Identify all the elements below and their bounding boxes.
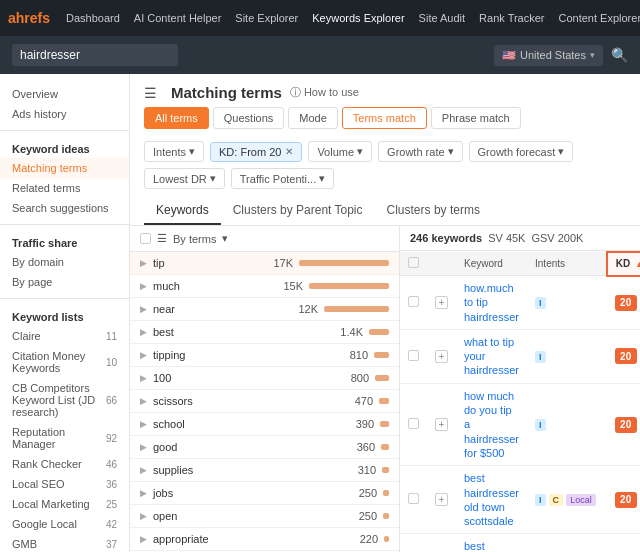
sidebar-item-citation-money[interactable]: Citation Money Keywords 10 bbox=[0, 346, 129, 378]
nav-rank-tracker[interactable]: Rank Tracker bbox=[473, 8, 550, 28]
list-item[interactable]: ▶ good 360 bbox=[130, 436, 399, 459]
tab-questions[interactable]: Questions bbox=[213, 107, 285, 129]
keyword-link[interactable]: best hairdresser near me bbox=[464, 539, 519, 552]
how-to-link[interactable]: ⓘ How to use bbox=[290, 85, 359, 100]
row-checkbox[interactable] bbox=[408, 350, 419, 361]
list-item[interactable]: ▶ 100 800 bbox=[130, 367, 399, 390]
row-checkbox[interactable] bbox=[408, 493, 419, 504]
add-to-list-button[interactable]: + bbox=[435, 418, 448, 431]
sidebar-item-cb-competitors[interactable]: CB Competitors Keyword List (JD research… bbox=[0, 378, 129, 422]
keyword-link[interactable]: how.much to tip hairdresser bbox=[464, 281, 519, 324]
add-to-list-button[interactable]: + bbox=[435, 350, 448, 363]
keyword-lists-title: Keyword lists bbox=[0, 305, 129, 326]
table-row: + best hairdresser near me C T Local 20 … bbox=[400, 534, 640, 552]
sidebar-item-overview[interactable]: Overview bbox=[0, 84, 129, 104]
list-item[interactable]: ▶ school 390 bbox=[130, 413, 399, 436]
intent-badge: I bbox=[535, 419, 546, 431]
select-all-checkbox[interactable] bbox=[140, 233, 151, 244]
tab-phrase-match[interactable]: Phrase match bbox=[431, 107, 521, 129]
chevron-down-icon: ▾ bbox=[590, 50, 595, 60]
sidebar-item-reputation-manager[interactable]: Reputation Manager 92 bbox=[0, 422, 129, 454]
results-count: 246 keywords bbox=[410, 232, 482, 244]
keyword-link[interactable]: what to tip your hairdresser bbox=[464, 335, 519, 378]
sidebar-item-local-marketing[interactable]: Local Marketing 25 bbox=[0, 494, 129, 514]
sidebar-divider-3 bbox=[0, 298, 129, 299]
list-header-icon: ☰ bbox=[157, 232, 167, 245]
kw-tab-clusters-terms[interactable]: Clusters by terms bbox=[375, 197, 492, 225]
list-item[interactable]: ▶ appropriate 220 bbox=[130, 528, 399, 551]
keyword-link[interactable]: best hairdresser old town scottsdale bbox=[464, 471, 519, 528]
sidebar-item-matching-terms[interactable]: Matching terms bbox=[0, 158, 129, 178]
intent-badge: I bbox=[535, 494, 546, 506]
volume-filter[interactable]: Volume ▾ bbox=[308, 141, 372, 162]
list-item[interactable]: ▶ best 1.4K bbox=[130, 321, 399, 344]
list-item[interactable]: ▶ jobs 250 bbox=[130, 482, 399, 505]
chevron-icon-5: ▾ bbox=[210, 172, 216, 185]
list-item[interactable]: ▶ open 250 bbox=[130, 505, 399, 528]
volume-bar bbox=[379, 398, 389, 404]
search-button[interactable]: 🔍 bbox=[611, 47, 628, 63]
nav-ai-content[interactable]: AI Content Helper bbox=[128, 8, 227, 28]
sidebar-item-claire[interactable]: Claire 11 bbox=[0, 326, 129, 346]
tab-terms-match[interactable]: Terms match bbox=[342, 107, 427, 129]
table-row: + what to tip your hairdresser I 20 30 bbox=[400, 329, 640, 383]
th-kd[interactable]: KD ▲ bbox=[607, 252, 640, 276]
traffic-potential-filter[interactable]: Traffic Potenti... ▾ bbox=[231, 168, 334, 189]
two-column-area: ☰ By terms ▾ ▶ tip 17K ▶ much 15K bbox=[130, 226, 640, 552]
sidebar-divider-2 bbox=[0, 224, 129, 225]
kw-tab-keywords[interactable]: Keywords bbox=[144, 197, 221, 225]
th-keyword[interactable]: Keyword bbox=[456, 252, 527, 276]
chevron-icon-3: ▾ bbox=[448, 145, 454, 158]
add-to-list-button[interactable]: + bbox=[435, 493, 448, 506]
sidebar-item-google-local[interactable]: Google Local 42 bbox=[0, 514, 129, 534]
volume-bar bbox=[299, 260, 389, 266]
list-item[interactable]: ▶ much 15K bbox=[130, 275, 399, 298]
list-header-label[interactable]: By terms bbox=[173, 233, 216, 245]
kd-filter-tag: KD: From 20 ✕ bbox=[210, 142, 302, 162]
lowest-dr-filter[interactable]: Lowest DR ▾ bbox=[144, 168, 225, 189]
add-to-list-button[interactable]: + bbox=[435, 296, 448, 309]
row-checkbox[interactable] bbox=[408, 296, 419, 307]
nav-site-audit[interactable]: Site Audit bbox=[413, 8, 471, 28]
hamburger-icon: ☰ bbox=[144, 85, 157, 101]
list-item[interactable]: ▶ tip 17K bbox=[130, 252, 399, 275]
list-item[interactable]: ▶ tipping 810 bbox=[130, 344, 399, 367]
sidebar-item-gmb[interactable]: GMB 37 bbox=[0, 534, 129, 552]
sidebar-item-rank-checker[interactable]: Rank Checker 46 bbox=[0, 454, 129, 474]
sidebar-item-by-domain[interactable]: By domain bbox=[0, 252, 129, 272]
sidebar: Overview Ads history Keyword ideas Match… bbox=[0, 74, 130, 552]
nav-keywords-explorer[interactable]: Keywords Explorer bbox=[306, 8, 410, 28]
tab-all-terms[interactable]: All terms bbox=[144, 107, 209, 129]
volume-bar bbox=[381, 444, 389, 450]
sidebar-item-search-suggestions[interactable]: Search suggestions bbox=[0, 198, 129, 218]
filters-row: Intents ▾ KD: From 20 ✕ Volume ▾ Growth … bbox=[130, 137, 640, 197]
sidebar-item-ads-history[interactable]: Ads history bbox=[0, 104, 129, 124]
expand-icon: ▶ bbox=[140, 396, 147, 406]
growth-rate-filter[interactable]: Growth rate ▾ bbox=[378, 141, 462, 162]
kd-filter-close[interactable]: ✕ bbox=[285, 146, 293, 157]
tab-mode[interactable]: Mode bbox=[288, 107, 338, 129]
country-selector[interactable]: 🇺🇸 United States ▾ bbox=[494, 45, 603, 66]
volume-bar bbox=[384, 536, 389, 542]
volume-bar bbox=[309, 283, 389, 289]
th-intents[interactable]: Intents bbox=[527, 252, 607, 276]
nav-content-explorer[interactable]: Content Explorer bbox=[553, 8, 640, 28]
keyword-link[interactable]: how much do you tip a hairdresser for $5… bbox=[464, 389, 519, 460]
sidebar-item-by-page[interactable]: By page bbox=[0, 272, 129, 292]
list-item[interactable]: ▶ supplies 310 bbox=[130, 459, 399, 482]
th-checkbox bbox=[400, 252, 427, 276]
sidebar-item-local-seo[interactable]: Local SEO 36 bbox=[0, 474, 129, 494]
keyword-list-column: ☰ By terms ▾ ▶ tip 17K ▶ much 15K bbox=[130, 226, 400, 552]
list-item[interactable]: ▶ scissors 470 bbox=[130, 390, 399, 413]
search-input[interactable] bbox=[12, 44, 178, 66]
keywords-table: Keyword Intents KD ▲ SV GR 12M DD + bbox=[400, 251, 640, 552]
nav-dashboard[interactable]: Dashboard bbox=[60, 8, 126, 28]
list-item[interactable]: ▶ near 12K bbox=[130, 298, 399, 321]
intents-filter[interactable]: Intents ▾ bbox=[144, 141, 204, 162]
growth-forecast-filter[interactable]: Growth forecast ▾ bbox=[469, 141, 574, 162]
kw-tab-clusters-parent[interactable]: Clusters by Parent Topic bbox=[221, 197, 375, 225]
page-header: ☰ Matching terms ⓘ How to use bbox=[130, 74, 640, 107]
row-checkbox[interactable] bbox=[408, 418, 419, 429]
sidebar-item-related-terms[interactable]: Related terms bbox=[0, 178, 129, 198]
nav-site-explorer[interactable]: Site Explorer bbox=[229, 8, 304, 28]
